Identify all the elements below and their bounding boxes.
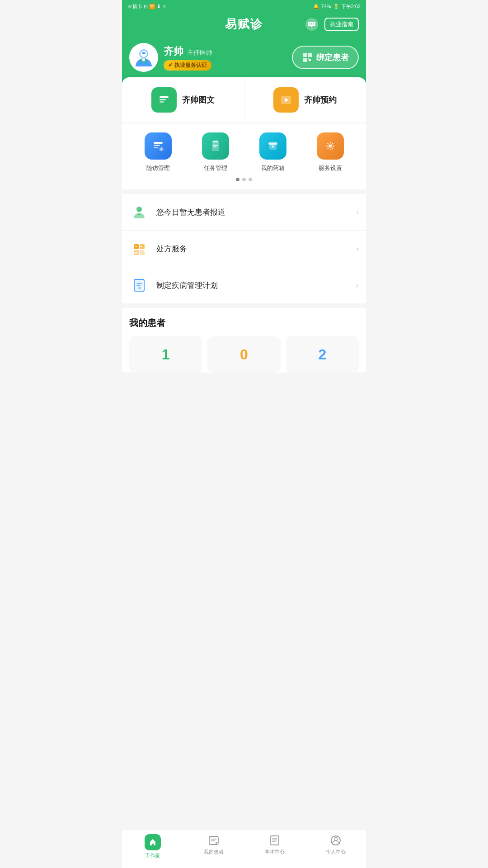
notification-icon: 🔔 — [313, 4, 319, 9]
medicine-label: 我的药箱 — [261, 164, 285, 172]
svg-rect-25 — [213, 145, 218, 146]
quick-followup[interactable]: 随访管理 — [136, 132, 181, 172]
followup-icon — [145, 132, 172, 160]
svg-rect-9 — [303, 53, 307, 57]
patients-stats: 1 0 2 — [129, 336, 359, 373]
svg-rect-15 — [160, 99, 166, 100]
status-left: 未插卡 ⊡ 🛜 ⬇ ⚠ — [127, 3, 167, 10]
svg-point-31 — [136, 207, 142, 212]
chat-button[interactable] — [304, 16, 320, 33]
followup-label: 随访管理 — [146, 164, 170, 172]
profile-doctor-title: 主任医师 — [187, 49, 212, 56]
svg-point-3 — [313, 24, 314, 24]
profile-left: 齐帅 主任医师 ✔ 执业服务认证 — [129, 43, 212, 72]
status-right: 🔔 74% 🔋 下午3:02 — [313, 3, 361, 10]
plan-icon — [129, 275, 149, 295]
quick-grid: 随访管理 任务管理 我的药箱 — [122, 132, 366, 172]
status-left-text: 未插卡 ⊡ 🛜 ⬇ ⚠ — [127, 3, 167, 10]
quick-settings[interactable]: 服务设置 — [308, 132, 353, 172]
header-actions: 执业指南 — [304, 16, 359, 33]
stat-value-1: 1 — [162, 346, 170, 363]
plan-text: 制定疾病管理计划 — [156, 280, 356, 291]
patients-title: 我的患者 — [129, 317, 359, 329]
svg-rect-16 — [160, 101, 164, 103]
task-icon — [202, 132, 229, 160]
quick-task[interactable]: 任务管理 — [193, 132, 238, 172]
avatar — [129, 43, 158, 72]
task-label: 任务管理 — [204, 164, 227, 172]
battery-text: 74% — [321, 4, 331, 9]
service-item-plan[interactable]: 制定疾病管理计划 › — [122, 267, 366, 303]
settings-label: 服务设置 — [319, 164, 342, 172]
svg-rect-11 — [303, 58, 307, 62]
svg-point-30 — [329, 145, 332, 147]
svg-rect-23 — [212, 141, 219, 151]
checkin-text: 您今日暂无患者报道 — [156, 207, 356, 217]
service-item-checkin[interactable]: 您今日暂无患者报道 › — [122, 194, 366, 231]
svg-rect-32 — [138, 214, 140, 215]
profile-info: 齐帅 主任医师 ✔ 执业服务认证 — [164, 45, 212, 71]
dot-3 — [249, 178, 252, 181]
svg-rect-24 — [213, 141, 218, 142]
svg-rect-28 — [268, 142, 277, 145]
card-appointment-label: 齐帅预约 — [304, 94, 337, 105]
header: 易赋诊 执业指南 — [122, 13, 366, 39]
prescription-text: 处方服务 — [156, 244, 356, 254]
card-green-icon — [151, 87, 177, 113]
checkin-chevron: › — [356, 208, 359, 217]
svg-point-2 — [311, 24, 312, 24]
svg-point-39 — [138, 287, 141, 289]
dot-1 — [236, 178, 239, 181]
plan-chevron: › — [356, 281, 359, 290]
svg-point-1 — [310, 24, 310, 24]
stat-card-1[interactable]: 1 — [129, 336, 202, 373]
stat-value-3: 2 — [318, 346, 326, 363]
prescription-icon — [129, 239, 149, 259]
checkin-icon — [129, 202, 149, 222]
app-title: 易赋诊 — [225, 16, 263, 32]
svg-rect-10 — [308, 53, 312, 57]
cards-section: 齐帅图文 齐帅预约 — [122, 77, 366, 123]
card-appointment[interactable]: 齐帅预约 — [244, 77, 366, 123]
card-graphic-text-label: 齐帅图文 — [182, 94, 215, 105]
battery-icon: 🔋 — [333, 4, 339, 9]
quick-medicine[interactable]: 我的药箱 — [250, 132, 296, 172]
status-bar: 未插卡 ⊡ 🛜 ⬇ ⚠ 🔔 74% 🔋 下午3:02 — [122, 0, 366, 13]
svg-rect-26 — [213, 146, 216, 147]
stat-card-3[interactable]: 2 — [286, 336, 359, 373]
dot-2 — [242, 178, 246, 181]
settings-icon — [317, 132, 344, 160]
bind-patient-button[interactable]: 绑定患者 — [292, 46, 359, 69]
card-graphic-text[interactable]: 齐帅图文 — [122, 77, 244, 123]
svg-rect-36 — [140, 250, 145, 255]
svg-rect-12 — [309, 59, 311, 61]
svg-rect-13 — [308, 58, 309, 59]
medicine-icon — [259, 132, 286, 160]
guide-button[interactable]: 执业指南 — [324, 18, 359, 31]
profile-name-row: 齐帅 主任医师 — [164, 45, 212, 58]
svg-rect-14 — [160, 96, 169, 98]
quick-actions: 随访管理 任务管理 我的药箱 — [122, 123, 366, 189]
cert-badge: ✔ 执业服务认证 — [164, 60, 211, 71]
bind-label: 绑定患者 — [316, 52, 349, 63]
stat-card-2[interactable]: 0 — [207, 336, 280, 373]
profile-name: 齐帅 — [164, 46, 183, 57]
service-item-prescription[interactable]: 处方服务 › — [122, 231, 366, 267]
svg-rect-21 — [154, 147, 158, 148]
profile-section: 齐帅 主任医师 ✔ 执业服务认证 绑定患者 — [122, 39, 366, 83]
cert-icon: ✔ — [168, 62, 173, 68]
cert-label: 执业服务认证 — [174, 61, 207, 69]
svg-rect-19 — [154, 142, 163, 144]
page-dots — [122, 172, 366, 185]
prescription-chevron: › — [356, 244, 359, 254]
patients-section: 我的患者 1 0 2 — [122, 308, 366, 373]
card-orange-icon — [273, 87, 299, 113]
time-text: 下午3:02 — [341, 3, 361, 10]
stat-value-2: 0 — [240, 346, 248, 363]
svg-rect-20 — [154, 145, 160, 146]
service-list: 您今日暂无患者报道 › 处方服务 › 制定疾病管理计划 › — [122, 194, 366, 303]
